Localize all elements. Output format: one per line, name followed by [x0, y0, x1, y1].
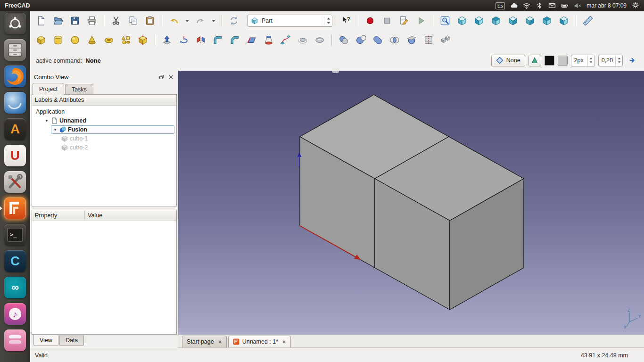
workbench-selector-arrows[interactable]	[324, 16, 331, 25]
spinner-arrows-icon[interactable]	[587, 55, 594, 66]
save-file-button[interactable]	[68, 14, 82, 28]
view-fit-all-button[interactable]	[438, 14, 452, 28]
part-intersection-button[interactable]	[388, 33, 402, 47]
keyboard-layout-indicator[interactable]: Es	[495, 2, 505, 9]
expander-icon[interactable]: ▾	[44, 118, 49, 123]
print-button[interactable]	[85, 14, 99, 28]
tab-project[interactable]: Project	[33, 83, 64, 95]
new-file-button[interactable]	[34, 14, 48, 28]
part-primitives-button[interactable]	[119, 33, 133, 47]
volume-muted-icon[interactable]	[574, 2, 581, 9]
copy-button[interactable]	[126, 14, 140, 28]
part-revolve-button[interactable]	[177, 33, 191, 47]
view-right-button[interactable]	[506, 14, 520, 28]
part-offset-button[interactable]	[296, 33, 310, 47]
macro-play-button[interactable]	[414, 14, 428, 28]
part-section-button[interactable]	[405, 33, 419, 47]
part-loft-button[interactable]	[262, 33, 276, 47]
measure-linear-button[interactable]	[581, 14, 595, 28]
apply-style-button[interactable]	[626, 54, 638, 66]
arduino-button[interactable]: ∞	[4, 277, 26, 298]
view-axonometric-button[interactable]	[455, 14, 469, 28]
part-shapebuilder-button[interactable]	[136, 33, 150, 47]
part-chamfer-button[interactable]	[228, 33, 242, 47]
view-bottom-button[interactable]	[540, 14, 554, 28]
system-tools-button[interactable]	[4, 171, 26, 193]
line-width-spinbox[interactable]: 2px	[571, 55, 595, 66]
part-union-button[interactable]	[371, 33, 385, 47]
part-cross-sections-button[interactable]	[421, 33, 436, 47]
view-top-button[interactable]	[489, 14, 503, 28]
text-size-spinbox[interactable]: 0,20	[598, 55, 623, 66]
part-sweep-button[interactable]	[279, 33, 293, 47]
part-ruled-surface-button[interactable]	[245, 33, 259, 47]
part-torus-button[interactable]	[102, 33, 116, 47]
open-file-button[interactable]	[51, 14, 65, 28]
browser-button[interactable]	[4, 92, 26, 114]
part-cone-button[interactable]	[85, 33, 99, 47]
terminal-button[interactable]: >_	[4, 224, 26, 246]
tab-unnamed-1-[interactable]: Unnamed : 1*	[228, 336, 291, 347]
part-cylinder-button[interactable]	[51, 33, 65, 47]
part-sphere-button[interactable]	[68, 33, 82, 47]
bluetooth-icon[interactable]	[536, 2, 543, 9]
construction-mode-button[interactable]	[528, 55, 541, 66]
session-gear-icon[interactable]	[632, 1, 639, 9]
redo-dropdown[interactable]	[210, 14, 217, 28]
autogroup-button[interactable]: None	[491, 55, 525, 66]
part-compound-button[interactable]	[438, 33, 453, 47]
battery-icon[interactable]	[561, 2, 569, 9]
clock-menu[interactable]: mar abr 8 07:09	[586, 2, 627, 9]
macro-record-button[interactable]	[363, 14, 377, 28]
part-extrude-button[interactable]	[160, 33, 174, 47]
tab-view[interactable]: View	[33, 335, 58, 346]
part-cut-button[interactable]	[354, 33, 368, 47]
part-fillet-button[interactable]	[211, 33, 225, 47]
app-pink-button[interactable]	[4, 329, 26, 351]
whats-this-button[interactable]: ?	[339, 14, 353, 28]
macro-stop-button[interactable]	[380, 14, 394, 28]
tree-item-fusion[interactable]: ▾Fusion	[32, 125, 176, 134]
refresh-button[interactable]	[227, 14, 241, 28]
undo-button[interactable]	[167, 14, 181, 28]
part-box-button[interactable]	[34, 33, 48, 47]
close-panel-button[interactable]	[167, 74, 174, 81]
paste-button[interactable]	[143, 14, 157, 28]
property-column-header[interactable]: Property	[32, 210, 85, 221]
freecad-button[interactable]	[4, 197, 26, 219]
view-front-button[interactable]	[472, 14, 486, 28]
firefox-button[interactable]	[4, 66, 26, 87]
tab-data[interactable]: Data	[59, 335, 84, 346]
tab-start-page[interactable]: Start page	[182, 336, 227, 347]
tab-tasks[interactable]: Tasks	[65, 84, 93, 95]
macro-edit-button[interactable]	[397, 14, 411, 28]
mail-icon[interactable]	[548, 2, 556, 9]
redo-button[interactable]	[193, 14, 207, 28]
spinner-arrows-icon[interactable]	[615, 55, 622, 66]
line-color-swatch[interactable]	[545, 56, 554, 66]
part-boolean-button[interactable]	[337, 33, 351, 47]
view-left-button[interactable]	[557, 14, 571, 28]
part-thickness-button[interactable]	[313, 33, 327, 47]
cloud-icon[interactable]	[510, 2, 518, 9]
tree-item-cubo-2[interactable]: cubo-2	[32, 143, 176, 152]
media-button[interactable]: ♪	[4, 303, 26, 325]
app-u-button[interactable]: U	[4, 145, 26, 166]
expander-icon[interactable]: ▾	[53, 127, 58, 132]
files-button[interactable]	[4, 39, 26, 61]
view-rear-button[interactable]	[523, 14, 537, 28]
ubuntu-dash-button[interactable]	[4, 13, 26, 34]
close-tab-icon[interactable]	[218, 340, 222, 344]
tree-item-unnamed[interactable]: ▾Unnamed	[32, 116, 176, 125]
close-tab-icon[interactable]	[282, 340, 286, 344]
value-column-header[interactable]: Value	[85, 210, 176, 221]
tree-item-application[interactable]: Application	[32, 107, 176, 116]
float-panel-button[interactable]	[158, 74, 165, 81]
tree-item-cubo-1[interactable]: cubo-1	[32, 134, 176, 143]
app-a-button[interactable]: A	[4, 118, 26, 140]
part-mirror-button[interactable]	[194, 33, 208, 47]
3d-viewport[interactable]: Z Y X	[178, 71, 644, 335]
cut-button[interactable]	[109, 14, 123, 28]
face-color-swatch[interactable]	[558, 56, 568, 66]
undo-dropdown[interactable]	[184, 14, 190, 28]
